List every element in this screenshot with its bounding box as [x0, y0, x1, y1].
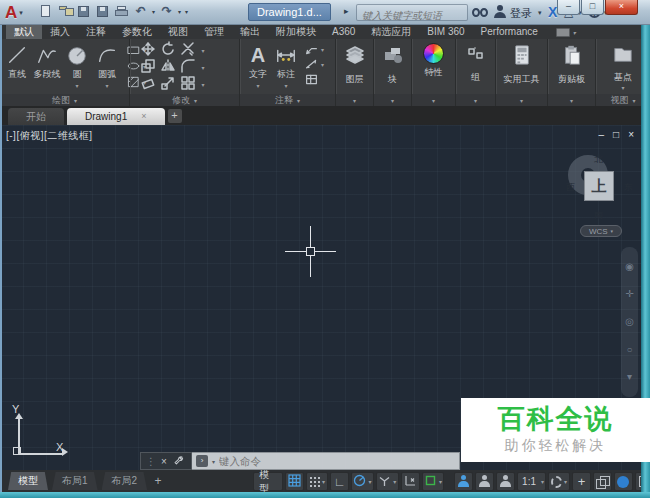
- ribbon-tab-view[interactable]: 视图: [160, 25, 196, 39]
- leader-flyout-icon[interactable]: ▾: [321, 46, 324, 53]
- ribbon-minimize-control[interactable]: ▾: [550, 25, 582, 39]
- zoom-icon[interactable]: ◎: [625, 317, 634, 327]
- drawing-minimize-icon[interactable]: –: [599, 129, 605, 140]
- minimize-button[interactable]: –: [557, 0, 580, 15]
- grid-display-toggle[interactable]: [285, 472, 304, 491]
- workspace-switching-button[interactable]: ▾: [548, 472, 570, 491]
- command-close-icon[interactable]: ×: [161, 456, 167, 467]
- annotation-add-button[interactable]: +: [572, 472, 591, 491]
- model-space-button[interactable]: 模型: [253, 472, 283, 491]
- object-snap-tracking-toggle[interactable]: [401, 472, 420, 491]
- chevron-down-icon[interactable]: ▾: [393, 478, 396, 485]
- panel-group[interactable]: 组 ▾: [456, 39, 496, 106]
- panel-utilities[interactable]: 实用工具 ▾: [496, 39, 548, 106]
- snap-mode-toggle[interactable]: ▾: [306, 472, 328, 491]
- ribbon-tab-a360[interactable]: A360: [324, 25, 363, 39]
- annotation-visibility-toggle[interactable]: [454, 472, 473, 491]
- viewcube-east[interactable]: 东: [624, 181, 633, 194]
- ribbon-tab-insert[interactable]: 插入: [42, 25, 78, 39]
- ribbon-tab-home[interactable]: 默认: [6, 25, 42, 39]
- graphics-performance-button[interactable]: [614, 472, 633, 491]
- ribbon-tab-featured[interactable]: 精选应用: [363, 25, 419, 39]
- help-search-input[interactable]: [357, 8, 467, 23]
- panel-footer-layers[interactable]: ▾: [336, 94, 373, 106]
- arc-flyout-icon[interactable]: ▾: [105, 82, 108, 89]
- help-search-box[interactable]: [356, 4, 468, 21]
- ribbon-tab-bim360[interactable]: BIM 360: [419, 25, 472, 39]
- chevron-down-icon[interactable]: ▾: [322, 478, 325, 485]
- close-button[interactable]: ×: [605, 0, 638, 15]
- orbit-icon[interactable]: ○: [626, 345, 632, 355]
- chevron-down-icon[interactable]: ▾: [368, 478, 371, 485]
- redo-icon[interactable]: ↷: [159, 4, 174, 19]
- panel-footer-properties[interactable]: ▾: [412, 94, 455, 106]
- ribbon-tab-output[interactable]: 输出: [232, 25, 268, 39]
- viewcube-north[interactable]: 北: [594, 153, 603, 166]
- array-flyout-icon[interactable]: ▾: [201, 81, 204, 88]
- recent-commands-icon[interactable]: ›: [196, 455, 208, 467]
- signin-dropdown-icon[interactable]: ▾: [538, 9, 542, 17]
- annotation-monitor-toggle[interactable]: [496, 472, 515, 491]
- navigation-bar[interactable]: ◉ ✛ ◎ ○ ▾: [621, 247, 638, 397]
- panel-block[interactable]: 块 ▾: [374, 39, 412, 106]
- scale-icon[interactable]: [160, 75, 176, 95]
- panel-footer-clipboard[interactable]: ▾: [548, 94, 595, 106]
- viewcube-west[interactable]: 西: [566, 181, 575, 194]
- customize-wrench-icon[interactable]: [173, 452, 184, 470]
- tool-table[interactable]: [304, 73, 324, 86]
- ribbon-tab-parametric[interactable]: 参数化: [114, 25, 160, 39]
- full-navigation-wheel-icon[interactable]: ◉: [625, 262, 634, 272]
- chevron-down-icon[interactable]: ▾: [212, 458, 215, 465]
- ribbon-tab-annotate[interactable]: 注释: [78, 25, 114, 39]
- layout-tab-model[interactable]: 模型: [8, 472, 48, 490]
- dimline-flyout-icon[interactable]: ▾: [321, 61, 324, 68]
- viewport-controls-label[interactable]: [-][俯视][二维线框]: [6, 129, 93, 143]
- save-icon[interactable]: [76, 4, 91, 19]
- tool-leader[interactable]: ▾: [304, 43, 324, 56]
- app-menu-button[interactable]: A ▾: [5, 2, 35, 23]
- plot-icon[interactable]: [114, 4, 129, 19]
- object-snap-toggle[interactable]: ▾: [422, 472, 445, 491]
- command-input-area[interactable]: › ▾: [192, 452, 460, 470]
- file-tab-drawing1[interactable]: Drawing1 ×: [67, 108, 165, 125]
- trim-flyout-icon[interactable]: ▾: [201, 47, 204, 54]
- new-file-icon[interactable]: [38, 4, 53, 19]
- redo-dropdown-icon[interactable]: ▾: [178, 8, 181, 15]
- circle-flyout-icon[interactable]: ▾: [75, 82, 78, 89]
- annotation-autoscale-toggle[interactable]: [475, 472, 494, 491]
- tool-dim-line[interactable]: ▾: [304, 58, 324, 71]
- chevron-down-icon[interactable]: ▾: [541, 478, 544, 485]
- search-icon[interactable]: [472, 8, 488, 17]
- dimension-flyout-icon[interactable]: ▾: [284, 82, 287, 89]
- undo-dropdown-icon[interactable]: ▾: [152, 8, 155, 15]
- tool-arc[interactable]: 圆弧 ▾: [92, 42, 122, 89]
- annotation-scale-button[interactable]: 1:1 ▾: [517, 472, 546, 491]
- array-icon[interactable]: [180, 75, 196, 95]
- ortho-toggle[interactable]: ∟: [330, 472, 349, 491]
- viewcube-south[interactable]: 南: [594, 209, 603, 222]
- panel-footer-annotate[interactable]: 注释 ▾: [240, 94, 335, 106]
- viewcube[interactable]: 北 南 西 东 上 WCS ▾: [566, 151, 636, 237]
- tool-circle[interactable]: 圆 ▾: [62, 42, 92, 89]
- panel-properties[interactable]: 特性 ▾: [412, 39, 456, 106]
- drag-grip-icon[interactable]: ⋮: [146, 456, 155, 467]
- qat-customize-icon[interactable]: ▾: [185, 8, 188, 15]
- isolate-objects-button[interactable]: [593, 472, 612, 491]
- chevron-down-icon[interactable]: ▾: [564, 478, 567, 485]
- tool-text[interactable]: A 文字 ▾: [244, 42, 272, 89]
- maximize-button[interactable]: □: [581, 0, 604, 15]
- new-drawing-tab-button[interactable]: +: [168, 109, 182, 123]
- panel-footer-modify[interactable]: 修改 ▾: [130, 94, 239, 106]
- tool-line[interactable]: 直线: [2, 42, 32, 89]
- layout-tab-layout2[interactable]: 布局2: [102, 472, 148, 490]
- file-tab-close-icon[interactable]: ×: [141, 108, 146, 125]
- fillet-flyout-icon[interactable]: ▾: [201, 64, 204, 71]
- panel-layers[interactable]: 图层 ▾: [336, 39, 374, 106]
- navbar-more-icon[interactable]: ▾: [627, 372, 632, 382]
- drawing-close-icon[interactable]: ×: [628, 129, 634, 140]
- signin-avatar-icon[interactable]: [494, 5, 506, 18]
- viewcube-top-face[interactable]: 上: [584, 171, 614, 201]
- isometric-drafting-toggle[interactable]: ▾: [376, 472, 399, 491]
- polar-tracking-toggle[interactable]: ▾: [351, 472, 374, 491]
- ribbon-tab-addins[interactable]: 附加模块: [268, 25, 324, 39]
